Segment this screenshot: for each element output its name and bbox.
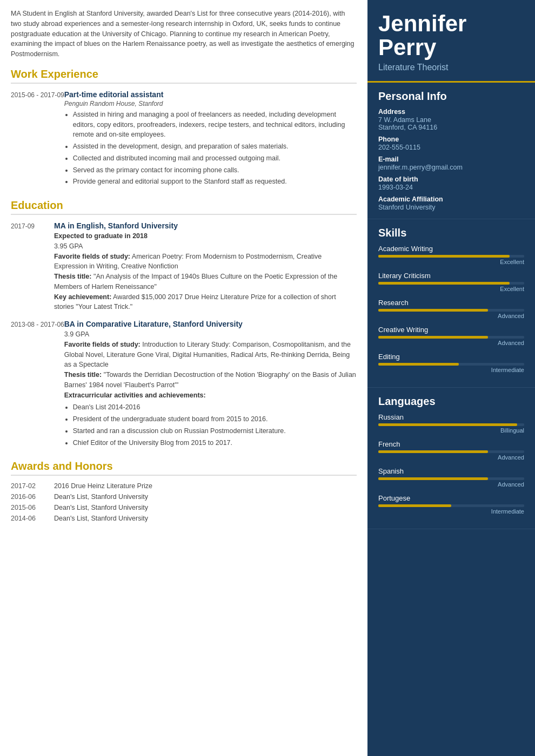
lang-level: Intermediate xyxy=(378,508,524,515)
edu-ba-thesis: Thesis title: "Towards the Derridian Dec… xyxy=(64,370,357,390)
edu-ma-gpa: 3.95 GPA xyxy=(54,241,357,252)
language-item: Portugese Intermediate xyxy=(378,494,524,515)
personal-info-title: Personal Info xyxy=(378,90,524,103)
awards-title: Awards and Honors xyxy=(11,460,357,476)
skill-item: Creative Writing Advanced xyxy=(378,326,524,346)
address-line2: Stanford, CA 94116 xyxy=(378,124,524,131)
lang-level: Billingual xyxy=(378,427,524,434)
ba-extra-bullet-item: Dean's List 2014-2016 xyxy=(73,402,357,413)
edu-ma-date: 2017-09 xyxy=(11,221,54,312)
first-name: Jennifer xyxy=(378,12,524,36)
skill-level: Excellent xyxy=(378,259,524,265)
awards-section: Awards and Honors 2017-022016 Drue Heinz… xyxy=(11,460,357,522)
edu-ba-gpa: 3.9 GPA xyxy=(64,329,357,340)
awards-list: 2017-022016 Drue Heinz Literature Prize2… xyxy=(11,482,357,522)
award-title: Dean's List, Stanford University xyxy=(54,515,148,522)
lang-bar-bg xyxy=(378,450,524,453)
skill-item: Research Advanced xyxy=(378,299,524,319)
lang-name: Russian xyxy=(378,413,524,421)
skill-level: Excellent xyxy=(378,286,524,292)
dob-value: 1993-03-24 xyxy=(378,184,524,191)
skill-bar-bg xyxy=(378,255,524,258)
right-panel: Jennifer Perry Literature Theorist Perso… xyxy=(367,0,535,756)
award-date: 2016-06 xyxy=(11,493,54,501)
skills-list: Academic Writing Excellent Literary Crit… xyxy=(378,245,524,373)
skill-bar-fill xyxy=(378,336,488,339)
lang-level: Advanced xyxy=(378,454,524,461)
skill-level: Advanced xyxy=(378,313,524,319)
language-item: French Advanced xyxy=(378,440,524,461)
language-item: Spanish Advanced xyxy=(378,467,524,488)
skill-item: Editing Intermediate xyxy=(378,353,524,373)
work-bullet-item: Served as the primary contact for incomi… xyxy=(73,165,357,176)
edu-ma-thesis: Thesis title: "An Analysis of the Impact… xyxy=(54,272,357,292)
affiliation-value: Stanford University xyxy=(378,204,524,211)
affiliation-label: Academic Affiliation xyxy=(378,195,524,203)
lang-bar-fill xyxy=(378,450,488,453)
skill-bar-bg xyxy=(378,309,524,312)
work-experience-section: Work Experience 2015-06 - 2017-09 Part-t… xyxy=(11,68,357,188)
lang-level: Advanced xyxy=(378,481,524,488)
edu-ma-content: MA in English, Stanford University Expec… xyxy=(54,221,357,312)
award-date: 2017-02 xyxy=(11,482,54,490)
languages-title: Languages xyxy=(378,395,524,408)
phone-value: 202-555-0115 xyxy=(378,144,524,151)
skills-title: Skills xyxy=(378,227,524,239)
languages-list: Russian Billingual French Advanced Spani… xyxy=(378,413,524,515)
skill-bar-bg xyxy=(378,336,524,339)
dob-label: Date of birth xyxy=(378,176,524,183)
address-label: Address xyxy=(378,108,524,116)
address-line1: 7 W. Adams Lane xyxy=(378,116,524,124)
skill-level: Advanced xyxy=(378,340,524,346)
ba-extra-bullets-list: Dean's List 2014-2016President of the un… xyxy=(64,402,357,448)
edu-entry-ma: 2017-09 MA in English, Stanford Universi… xyxy=(11,221,357,312)
award-title: Dean's List, Stanford University xyxy=(54,504,148,511)
skill-item: Literary Criticism Excellent xyxy=(378,272,524,292)
education-title: Education xyxy=(11,199,357,215)
award-date: 2015-06 xyxy=(11,504,54,511)
edu-ba-title: BA in Comparative Litarature, Stanford U… xyxy=(64,320,357,328)
award-title: Dean's List, Stanford University xyxy=(54,493,148,501)
edu-ma-fields: Favorite fields of study: American Poetr… xyxy=(54,252,357,272)
edu-ba-extra-label: Extracurricular activities and achieveme… xyxy=(64,390,357,401)
skill-name: Creative Writing xyxy=(378,326,524,334)
lang-bar-fill xyxy=(378,477,488,480)
language-item: Russian Billingual xyxy=(378,413,524,434)
lang-bar-fill xyxy=(378,423,517,426)
ba-extra-bullet-item: President of the undergraduate student b… xyxy=(73,414,357,424)
work-entry: 2015-06 - 2017-09 Part-time editorial as… xyxy=(11,90,357,188)
skill-bar-bg xyxy=(378,282,524,285)
edu-ma-body: Expected to graduate in 2018 3.95 GPA Fa… xyxy=(54,231,357,312)
work-bullet-item: Assisted in the development, design, and… xyxy=(73,141,357,152)
edu-ma-expected: Expected to graduate in 2018 xyxy=(54,231,357,241)
work-bullet-item: Assisted in hiring and managing a pool o… xyxy=(73,110,357,140)
skill-bar-fill xyxy=(378,363,459,366)
lang-name: Spanish xyxy=(378,467,524,475)
skill-bar-fill xyxy=(378,255,510,258)
left-panel: MA Student in English at Stanford Univer… xyxy=(0,0,367,756)
job-title: Literature Theorist xyxy=(378,63,524,72)
email-label: E-mail xyxy=(378,156,524,163)
lang-name: Portugese xyxy=(378,494,524,502)
work-title: Part-time editorial assistant xyxy=(64,90,357,99)
edu-ma-title: MA in English, Stanford University xyxy=(54,221,357,230)
award-title: 2016 Drue Heinz Literature Prize xyxy=(54,482,152,490)
last-name: Perry xyxy=(378,36,524,59)
award-row: 2015-06Dean's List, Stanford University xyxy=(11,504,357,511)
skill-bar-fill xyxy=(378,309,488,312)
work-bullet-item: Collected and distributed incoming mail … xyxy=(73,153,357,164)
ba-extra-bullet-item: Chief Editor of the University Blog from… xyxy=(73,438,357,448)
work-subtitle: Penguin Random House, Stanford xyxy=(64,100,357,107)
email-value: jennifer.m.perry@gmail.com xyxy=(378,164,524,171)
award-row: 2014-06Dean's List, Stanford University xyxy=(11,515,357,522)
phone-label: Phone xyxy=(378,136,524,143)
skill-bar-fill xyxy=(378,282,510,285)
work-content: Part-time editorial assistant Penguin Ra… xyxy=(64,90,357,188)
ba-extra-bullet-item: Started and ran a discussion club on Rus… xyxy=(73,426,357,436)
skill-name: Academic Writing xyxy=(378,245,524,253)
work-bullets-list: Assisted in hiring and managing a pool o… xyxy=(64,110,357,187)
lang-bar-bg xyxy=(378,423,524,426)
personal-info-section: Personal Info Address 7 W. Adams Lane St… xyxy=(367,83,535,219)
award-date: 2014-06 xyxy=(11,515,54,522)
name-block: Jennifer Perry Literature Theorist xyxy=(367,0,535,83)
